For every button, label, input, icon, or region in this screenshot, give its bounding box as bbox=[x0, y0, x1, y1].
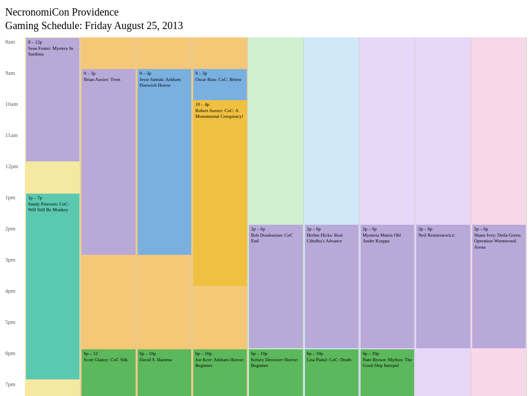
time-label: 2pm bbox=[5, 224, 25, 255]
time-label: 11am bbox=[5, 131, 25, 162]
time-label: 9am bbox=[5, 69, 25, 100]
time-label: 8am bbox=[5, 37, 25, 69]
schedule-wrapper: 8am9am10am11am12pm1pm2pm3pm4pm5pm6pm7pm8… bbox=[5, 37, 527, 396]
time-label: 6pm bbox=[5, 349, 25, 380]
time-label: 5pm bbox=[5, 318, 25, 349]
event-block: 2p – 6p Neil Remiesiewicz: bbox=[416, 225, 470, 348]
event-block: 2p – 6p Mysteria Matris Obl Andre Kruppa bbox=[361, 225, 414, 348]
event-block: 6p – 10p Joe Kerr: Arkham Horror: Beginn… bbox=[193, 349, 247, 396]
time-label: 12pm bbox=[5, 162, 25, 193]
time-labels-column: 8am9am10am11am12pm1pm2pm3pm4pm5pm6pm7pm8… bbox=[5, 37, 25, 396]
time-label: 1pm bbox=[5, 193, 25, 224]
event-block: 6p – 10p Nate Brown: Mythos- The Good Sh… bbox=[361, 349, 414, 396]
page-title: NecronomiCon Providence Gaming Schedule:… bbox=[5, 5, 527, 32]
event-block: 2p – 6p Shane Ivey: Detla Green: Operati… bbox=[472, 225, 526, 348]
event-block: 1p – 7p Sandy Petersen: CoC: Will Still … bbox=[26, 194, 79, 379]
event-block: 10 – 4p Robert Auxier: CoC: A Monumental… bbox=[193, 100, 247, 286]
time-label: 3pm bbox=[5, 255, 25, 286]
event-block: 2p – 6p Bob Dosdourian: CoC End bbox=[249, 225, 302, 348]
time-label: 7pm bbox=[5, 380, 25, 396]
time-label: 4pm bbox=[5, 286, 25, 318]
event-block: 2p – 6p Herbie Hicks: Real Cthulhu's Adv… bbox=[305, 225, 358, 348]
event-block: 6p – 10p Kelsey Desrosier Horror: Beginn… bbox=[249, 349, 302, 396]
event-block: 6p – 12 Scott Glancy: CoC Silk bbox=[82, 349, 135, 396]
time-label: 10am bbox=[5, 100, 25, 131]
event-block: 6p – 10p David S. Hamma bbox=[138, 349, 191, 396]
main-grid: 8 – 12p Sean Foster: Mystery In Sardinia… bbox=[25, 37, 527, 396]
event-block: 9 – 3p Brian Auxier: Trem bbox=[82, 69, 135, 255]
event-block: 9 – 3p Jesse Saniuk: Arkham Dunwich Horr… bbox=[138, 69, 191, 255]
event-block: 8 – 12p Sean Foster: Mystery In Sardinia bbox=[26, 38, 79, 161]
event-block: 6p – 10p Lisa Padol: CoC: Death bbox=[305, 349, 358, 396]
